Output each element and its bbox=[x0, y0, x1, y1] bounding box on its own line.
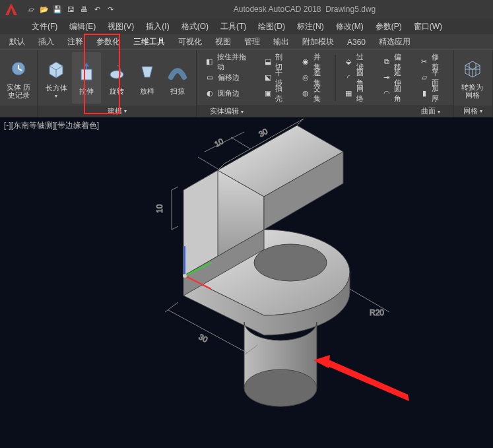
menu-bar: 文件(F) 编辑(E) 视图(V) 插入(I) 格式(O) 工具(T) 绘图(D… bbox=[0, 18, 493, 34]
box-button[interactable]: 长方体 ▾ bbox=[42, 52, 71, 104]
model-drawing: 30 10 10 30 R20 bbox=[0, 117, 493, 448]
chevron-down-icon: ▾ bbox=[55, 93, 57, 99]
box-label: 长方体 bbox=[46, 83, 67, 93]
trim-icon: ✂ bbox=[419, 57, 429, 67]
fillet-edge-icon: ◐ bbox=[205, 88, 215, 99]
thicken-icon: ▮ bbox=[419, 88, 429, 99]
loft-label: 放样 bbox=[140, 86, 154, 96]
tab-default[interactable]: 默认 bbox=[3, 34, 32, 50]
ribbon-tab-strip: 默认 插入 注释 参数化 三维工具 可视化 视图 管理 输出 附加模块 A360… bbox=[0, 34, 493, 50]
tab-manage[interactable]: 管理 bbox=[238, 34, 267, 50]
menu-param[interactable]: 参数(P) bbox=[370, 20, 407, 34]
open-icon[interactable]: 📂 bbox=[38, 3, 50, 15]
menu-insert[interactable]: 插入(I) bbox=[141, 20, 174, 34]
svg-line-13 bbox=[198, 157, 218, 169]
fillet2-button[interactable]: ◠圆角 bbox=[379, 86, 410, 101]
convert-mesh-button[interactable]: 转换为 网格 bbox=[458, 52, 487, 104]
svg-text:30: 30 bbox=[257, 127, 270, 139]
save-icon[interactable]: 💾 bbox=[51, 3, 63, 15]
svg-text:10: 10 bbox=[155, 204, 164, 213]
app-logo-icon[interactable] bbox=[0, 0, 22, 18]
tab-featured[interactable]: 精选应用 bbox=[372, 34, 417, 50]
tab-a360[interactable]: A360 bbox=[341, 35, 372, 49]
tab-3d-tools[interactable]: 三维工具 bbox=[127, 34, 172, 50]
model-viewport[interactable]: [-][东南等轴测][带边缘着色] bbox=[0, 117, 493, 448]
offset-edge-button[interactable]: ▭偏移边 bbox=[202, 71, 253, 85]
tab-visualize[interactable]: 可视化 bbox=[172, 34, 209, 50]
menu-window[interactable]: 窗口(W) bbox=[409, 20, 447, 34]
revolve-label: 旋转 bbox=[110, 86, 124, 96]
title-bar: ▱ 📂 💾 🖫 🖶 ↶ ↷ Autodesk AutoCAD 2018 Draw… bbox=[0, 0, 493, 18]
saveas-icon[interactable]: 🖫 bbox=[65, 3, 77, 15]
extrude-button[interactable]: 拉伸 bbox=[72, 52, 101, 104]
interfere-button[interactable]: ⬕干涉 bbox=[260, 71, 291, 85]
offset-edge-icon: ▭ bbox=[205, 73, 215, 83]
print-icon[interactable]: 🖶 bbox=[78, 3, 90, 15]
svg-line-14 bbox=[231, 137, 251, 149]
svg-line-17 bbox=[172, 187, 178, 190]
tab-parametric[interactable]: 参数化 bbox=[90, 34, 127, 50]
union-icon: ◉ bbox=[301, 57, 311, 67]
offset-icon: ⧉ bbox=[381, 57, 391, 67]
clock-icon bbox=[7, 57, 30, 80]
tab-annotate[interactable]: 注释 bbox=[61, 34, 90, 50]
sweep-icon bbox=[166, 60, 189, 84]
loft-icon bbox=[135, 60, 159, 84]
tab-insert[interactable]: 插入 bbox=[32, 34, 61, 50]
network-button[interactable]: ▦网络 bbox=[341, 86, 372, 101]
trim-button[interactable]: ✂修剪 bbox=[416, 55, 447, 69]
slice-button[interactable]: ⬓剖切 bbox=[260, 55, 291, 69]
svg-point-3 bbox=[254, 244, 327, 281]
solid-history-button[interactable]: 实体 历史记录 bbox=[4, 52, 33, 104]
menu-modify[interactable]: 修改(M) bbox=[331, 20, 369, 34]
panel-solidedit-title[interactable]: 实体编辑 ▾ 曲面 ▾ bbox=[197, 105, 453, 117]
box-icon bbox=[44, 57, 68, 80]
planar-button[interactable]: ▱平面 bbox=[416, 71, 447, 85]
tab-output[interactable]: 输出 bbox=[267, 34, 296, 50]
svg-point-8 bbox=[183, 274, 187, 278]
extrude-icon bbox=[75, 60, 98, 84]
panel-mesh-title[interactable]: 网格▾ bbox=[454, 106, 492, 117]
sweep-button[interactable]: 扫掠 bbox=[163, 52, 192, 104]
thicken-button[interactable]: ▮加厚 bbox=[416, 86, 447, 101]
subtract-button[interactable]: ◎差集 bbox=[298, 71, 329, 85]
menu-draw[interactable]: 绘图(D) bbox=[253, 20, 290, 34]
new-icon[interactable]: ▱ bbox=[25, 3, 37, 15]
presspull-button[interactable]: ◧按住并拖动 bbox=[202, 55, 253, 69]
subtract-icon: ◎ bbox=[301, 73, 311, 83]
shell-button[interactable]: ▣抽壳 bbox=[260, 86, 291, 101]
redo-icon[interactable]: ↷ bbox=[104, 3, 116, 15]
menu-file[interactable]: 文件(F) bbox=[26, 20, 63, 34]
extrude-label: 拉伸 bbox=[79, 86, 94, 96]
svg-text:R20: R20 bbox=[370, 308, 384, 317]
menu-format[interactable]: 格式(O) bbox=[176, 20, 214, 34]
menu-dim[interactable]: 标注(N) bbox=[292, 20, 329, 34]
sweep-label: 扫掠 bbox=[170, 86, 185, 96]
tab-addons[interactable]: 附加模块 bbox=[296, 34, 341, 50]
presspull-icon: ◧ bbox=[205, 57, 214, 67]
fillet-edge-button[interactable]: ◐圆角边 bbox=[202, 86, 253, 101]
menu-edit[interactable]: 编辑(E) bbox=[64, 20, 101, 34]
svg-text:30: 30 bbox=[197, 332, 210, 344]
intersect-icon: ◍ bbox=[301, 88, 311, 99]
offset-button[interactable]: ⧉偏移 bbox=[379, 55, 410, 69]
intersect-button[interactable]: ◍交集 bbox=[298, 86, 329, 101]
union-button[interactable]: ◉并集 bbox=[298, 55, 329, 69]
fillet-icon: ◜ bbox=[344, 73, 354, 83]
panel-modeling-title[interactable]: 建模▾ bbox=[38, 106, 196, 117]
extend-icon: ⇥ bbox=[381, 73, 391, 83]
revolve-button[interactable]: 旋转 bbox=[102, 52, 131, 104]
tab-view[interactable]: 视图 bbox=[209, 34, 238, 50]
arrow-annotation bbox=[313, 355, 409, 401]
menu-view[interactable]: 视图(V) bbox=[102, 20, 139, 34]
svg-line-21 bbox=[165, 302, 178, 312]
filter-button[interactable]: ⬙过滤 bbox=[341, 55, 372, 69]
extend-button[interactable]: ⇥延伸 bbox=[379, 71, 410, 85]
shell-icon: ▣ bbox=[263, 88, 273, 99]
quick-access-toolbar: ▱ 📂 💾 🖫 🖶 ↶ ↷ bbox=[25, 3, 116, 15]
undo-icon[interactable]: ↶ bbox=[91, 3, 103, 15]
fillet-button[interactable]: ◜圆角 bbox=[341, 71, 372, 85]
menu-tools[interactable]: 工具(T) bbox=[215, 20, 251, 34]
solid-history-label: 实体 历史记录 bbox=[4, 83, 33, 99]
loft-button[interactable]: 放样 bbox=[133, 52, 162, 104]
